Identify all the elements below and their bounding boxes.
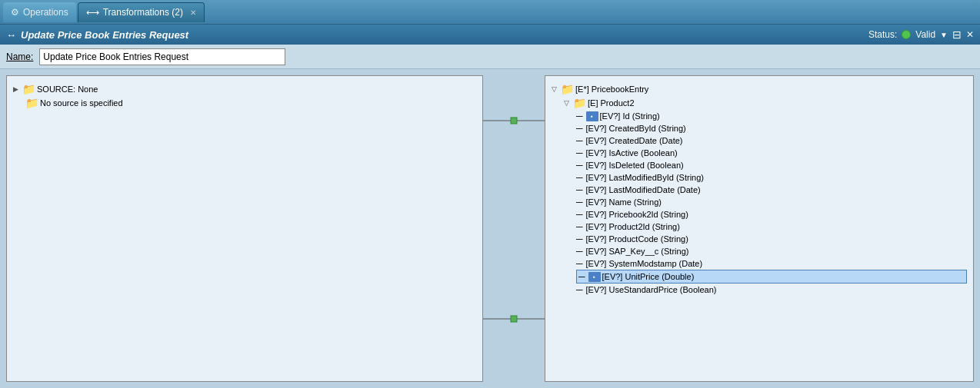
field-lastmodifiedbyid[interactable]: ─ [EV?] LastModifiedById (String) [576,171,967,184]
folder-icon-root: 📁 [561,83,574,95]
field-usestandardprice[interactable]: ─ [EV?] UseStandardPrice (Boolean) [576,284,967,296]
field-isdeleted-label: [EV?] IsDeleted (Boolean) [586,161,684,170]
field-pricebook2id-label: [EV?] Pricebook2Id (String) [586,210,688,219]
leaf-icon: ─ [576,284,583,295]
field-lastmodifiedbyid-label: [EV?] LastModifiedById (String) [586,173,704,182]
left-panel: ▶ 📁 SOURCE: None 📁 No source is specifie… [6,75,483,382]
pricebookentry-root[interactable]: ▽ 📁 [E*] PricebookEntry [552,82,967,96]
title-left: ↔ Update Price Book Entries Request [6,29,188,41]
right-panel: ▽ 📁 [E*] PricebookEntry ▽ 📁 [E] Product2… [545,75,974,382]
field-product2id-label: [EV?] Product2Id (String) [586,222,680,231]
target-tree: ▽ 📁 [E*] PricebookEntry ▽ 📁 [E] Product2… [545,76,973,302]
name-input[interactable] [39,48,285,65]
field-name[interactable]: ─ [EV?] Name (String) [576,196,967,208]
field-productcode-label: [EV?] ProductCode (String) [586,234,688,244]
field-lastmodifieddate[interactable]: ─ [EV?] LastModifiedDate (Date) [576,184,967,196]
leaf-icon: ─ [576,258,583,269]
transformations-icon: ⟷ [86,7,99,18]
field-isactive-label: [EV?] IsActive (Boolean) [586,148,678,158]
pricebookentry-label: [E*] PricebookEntry [575,85,648,94]
field-isactive[interactable]: ─ [EV?] IsActive (Boolean) [576,147,967,159]
leaf-icon: ─ [576,148,583,158]
title-bar: ↔ Update Price Book Entries Request Stat… [0,25,980,45]
expand-product2-icon: ▽ [564,99,572,107]
pricebookentry-children: ▽ 📁 [E] Product2 ─ ▪ [EV?] Id (String) ─ [552,96,967,296]
field-createddate[interactable]: ─ [EV?] CreatedDate (Date) [576,134,967,147]
folder-icon-product2: 📁 [573,97,586,109]
product2-label: [E] Product2 [588,98,635,108]
field-unitprice-label: [EV?] UnitPrice (Double) [602,272,695,281]
svg-rect-1 [511,118,517,124]
source-root[interactable]: ▶ 📁 SOURCE: None [13,82,476,96]
tab-transformations[interactable]: ⟷ Transformations (2) ✕ [78,2,205,22]
status-label: Status: [868,29,897,40]
tab-bar: ⚙ Operations ⟷ Transformations (2) ✕ [0,0,980,25]
operations-icon: ⚙ [11,7,19,18]
blue-icon-id: ▪ [586,111,598,121]
expand-root-icon: ▽ [552,85,559,93]
source-child-label: No source is specified [40,98,123,108]
leaf-icon: ─ [576,172,583,183]
tab-close-icon[interactable]: ✕ [190,8,196,17]
leaf-icon: ─ [576,197,583,207]
status-dot [902,30,911,39]
source-children: 📁 No source is specified [13,96,476,110]
app-container: ⚙ Operations ⟷ Transformations (2) ✕ ↔ U… [0,0,980,388]
connector-svg [483,69,545,388]
field-systemmodstamp[interactable]: ─ [EV?] SystemModstamp (Date) [576,257,967,270]
name-label: Name: [6,51,33,62]
leaf-icon: ─ [576,221,583,232]
source-tree: ▶ 📁 SOURCE: None 📁 No source is specifie… [7,76,482,116]
blue-icon-unitprice: ▪ [588,272,601,282]
tab-transformations-label: Transformations (2) [103,7,183,18]
dropdown-icon[interactable]: ▼ [940,31,948,39]
leaf-icon-id: ─ [576,111,583,121]
leaf-icon: ─ [576,209,583,220]
field-createddate-label: [EV?] CreatedDate (Date) [586,136,683,145]
title-icon: ↔ [6,29,16,41]
folder-icon-2: 📁 [25,97,38,109]
status-value: Valid [915,29,935,40]
source-child-1[interactable]: 📁 No source is specified [25,96,476,110]
leaf-icon: ─ [576,160,583,171]
leaf-icon: ─ [576,135,583,146]
leaf-icon: ─ [576,184,583,195]
leaf-icon: ─ [576,234,583,244]
leaf-icon: ─ [576,123,583,134]
field-sapkey[interactable]: ─ [EV?] SAP_Key__c (String) [576,245,967,257]
field-lastmodifieddate-label: [EV?] LastModifiedDate (Date) [586,185,701,194]
field-usestandardprice-label: [EV?] UseStandardPrice (Boolean) [586,285,717,294]
title-right: Status: Valid ▼ ⊟ ✕ [868,28,974,41]
page-title: Update Price Book Entries Request [21,29,188,41]
field-systemmodstamp-label: [EV?] SystemModstamp (Date) [586,259,703,268]
field-pricebook2id[interactable]: ─ [EV?] Pricebook2Id (String) [576,208,967,221]
leaf-icon: ─ [576,246,583,257]
tab-operations[interactable]: ⚙ Operations [3,2,76,22]
close-icon[interactable]: ✕ [966,29,974,40]
field-id-label: [EV?] Id (String) [600,111,660,121]
folder-icon: 📁 [22,83,35,95]
field-id[interactable]: ─ ▪ [EV?] Id (String) [576,110,967,122]
product2-item[interactable]: ▽ 📁 [E] Product2 [564,96,967,110]
product2-children: ─ ▪ [EV?] Id (String) ─ [EV?] CreatedByI… [564,110,967,296]
source-root-label: SOURCE: None [37,85,98,94]
field-name-label: [EV?] Name (String) [586,197,662,207]
settings-icon[interactable]: ⊟ [952,28,962,41]
main-content: ▶ 📁 SOURCE: None 📁 No source is specifie… [0,69,980,388]
field-createdbyid-label: [EV?] CreatedById (String) [586,124,686,133]
field-unitprice[interactable]: ─ ▪ [EV?] UnitPrice (Double) [576,270,967,284]
expand-icon: ▶ [13,85,21,93]
field-productcode[interactable]: ─ [EV?] ProductCode (String) [576,233,967,245]
svg-rect-3 [511,316,517,322]
leaf-icon: ─ [578,271,585,282]
field-createdbyid[interactable]: ─ [EV?] CreatedById (String) [576,122,967,134]
tab-operations-label: Operations [23,7,68,18]
field-isdeleted[interactable]: ─ [EV?] IsDeleted (Boolean) [576,159,967,171]
name-bar: Name: [0,45,980,69]
field-product2id[interactable]: ─ [EV?] Product2Id (String) [576,221,967,233]
field-sapkey-label: [EV?] SAP_Key__c (String) [586,247,689,256]
